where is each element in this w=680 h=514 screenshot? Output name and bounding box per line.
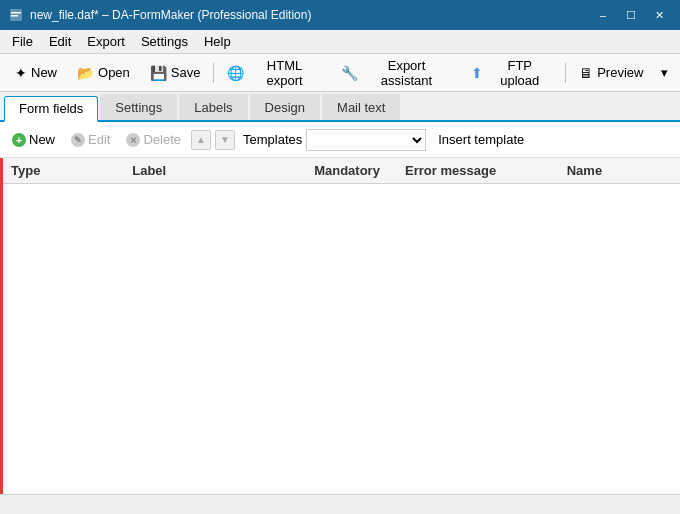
toolbar-preview-label: Preview [597, 65, 643, 80]
col-name-header: Name [559, 158, 680, 184]
toolbar-save-label: Save [171, 65, 201, 80]
field-delete-label: Delete [143, 132, 181, 147]
field-delete-icon: × [126, 133, 140, 147]
status-bar [0, 494, 680, 514]
open-icon: 📂 [77, 66, 94, 80]
svg-rect-1 [11, 12, 21, 14]
tab-form-fields[interactable]: Form fields [4, 96, 98, 122]
field-new-icon: + [12, 133, 26, 147]
fields-table: Type Label Mandatory Error message Name [3, 158, 680, 184]
new-icon: ✦ [15, 66, 27, 80]
field-move-up-button[interactable]: ▲ [191, 130, 211, 150]
toolbar-separator-1 [213, 63, 214, 83]
tab-settings[interactable]: Settings [100, 94, 177, 120]
window-controls: – ☐ ✕ [590, 5, 672, 25]
col-label-header: Label [124, 158, 306, 184]
export-assistant-icon: 🔧 [341, 66, 358, 80]
toolbar-ftp-upload-label: FTP upload [487, 58, 552, 88]
field-new-button[interactable]: + New [6, 128, 61, 152]
toolbar-html-export-label: HTML export [248, 58, 320, 88]
col-type-header: Type [3, 158, 124, 184]
menu-settings[interactable]: Settings [133, 32, 196, 51]
field-delete-button[interactable]: × Delete [120, 128, 187, 152]
menu-help[interactable]: Help [196, 32, 239, 51]
toolbar-new-label: New [31, 65, 57, 80]
title-bar: new_file.daf* – DA-FormMaker (Profession… [0, 0, 680, 30]
field-toolbar: + New ✎ Edit × Delete ▲ ▼ Templates Inse… [0, 122, 680, 158]
field-edit-button[interactable]: ✎ Edit [65, 128, 116, 152]
toolbar-open-label: Open [98, 65, 130, 80]
toolbar-ftp-upload-button[interactable]: ⬆ FTP upload [462, 59, 561, 87]
menu-file[interactable]: File [4, 32, 41, 51]
tab-design-label: Design [265, 100, 305, 115]
table-header: Type Label Mandatory Error message Name [3, 158, 680, 184]
tab-bar: Form fields Settings Labels Design Mail … [0, 92, 680, 122]
templates-label: Templates [243, 132, 302, 147]
table-header-row: Type Label Mandatory Error message Name [3, 158, 680, 184]
insert-template-label: Insert template [438, 132, 524, 147]
templates-dropdown[interactable] [306, 129, 426, 151]
table-container: Type Label Mandatory Error message Name [0, 158, 680, 514]
toolbar-export-assistant-label: Export assistant [362, 58, 452, 88]
tab-mail-text[interactable]: Mail text [322, 94, 400, 120]
menu-bar: File Edit Export Settings Help [0, 30, 680, 54]
menu-edit[interactable]: Edit [41, 32, 79, 51]
main-content: Type Label Mandatory Error message Name [0, 158, 680, 514]
tab-settings-label: Settings [115, 100, 162, 115]
tab-mail-text-label: Mail text [337, 100, 385, 115]
window-title: new_file.daf* – DA-FormMaker (Profession… [30, 8, 590, 22]
toolbar-more-button[interactable]: ▾ [654, 59, 674, 87]
menu-export[interactable]: Export [79, 32, 133, 51]
insert-template-button[interactable]: Insert template [430, 130, 532, 149]
col-mandatory-header: Mandatory [306, 158, 397, 184]
save-icon: 💾 [150, 66, 167, 80]
toolbar-preview-button[interactable]: 🖥 Preview [570, 59, 652, 87]
maximize-button[interactable]: ☐ [618, 5, 644, 25]
tab-labels[interactable]: Labels [179, 94, 247, 120]
html-export-icon: 🌐 [227, 66, 244, 80]
app-icon [8, 7, 24, 23]
toolbar-separator-2 [565, 63, 566, 83]
field-edit-label: Edit [88, 132, 110, 147]
tab-form-fields-label: Form fields [19, 101, 83, 116]
minimize-button[interactable]: – [590, 5, 616, 25]
toolbar-new-button[interactable]: ✦ New [6, 59, 66, 87]
preview-icon: 🖥 [579, 66, 593, 80]
field-move-down-button[interactable]: ▼ [215, 130, 235, 150]
ftp-upload-icon: ⬆ [471, 66, 483, 80]
toolbar-html-export-button[interactable]: 🌐 HTML export [218, 59, 329, 87]
toolbar-open-button[interactable]: 📂 Open [68, 59, 139, 87]
main-toolbar: ✦ New 📂 Open 💾 Save 🌐 HTML export 🔧 Expo… [0, 54, 680, 92]
tab-design[interactable]: Design [250, 94, 320, 120]
field-new-label: New [29, 132, 55, 147]
toolbar-export-assistant-button[interactable]: 🔧 Export assistant [332, 59, 461, 87]
close-button[interactable]: ✕ [646, 5, 672, 25]
svg-rect-2 [11, 15, 18, 17]
col-error-header: Error message [397, 158, 559, 184]
toolbar-save-button[interactable]: 💾 Save [141, 59, 210, 87]
tab-labels-label: Labels [194, 100, 232, 115]
field-edit-icon: ✎ [71, 133, 85, 147]
